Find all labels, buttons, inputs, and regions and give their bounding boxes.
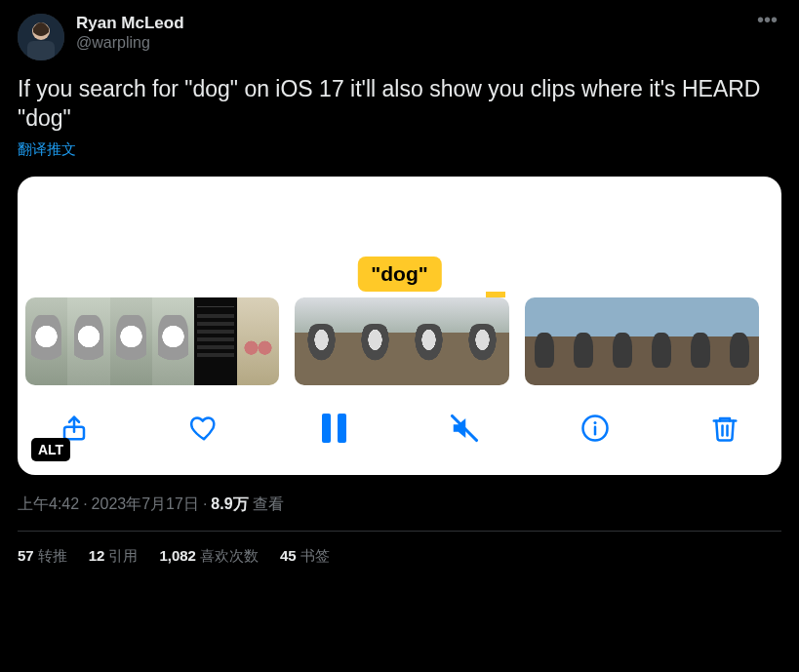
stat-likes[interactable]: 1,082喜欢次数 — [159, 547, 259, 566]
pause-icon[interactable] — [313, 407, 356, 450]
tweet-meta: 上午4:42·2023年7月17日·8.9万 查看 — [18, 494, 781, 515]
translate-link[interactable]: 翻译推文 — [18, 140, 781, 159]
tweet-text: If you search for "dog" on iOS 17 it'll … — [18, 74, 781, 133]
tweet: Ryan McLeod @warpling ••• If you search … — [0, 0, 799, 566]
video-timeline[interactable] — [18, 297, 781, 385]
stat-retweets[interactable]: 57转推 — [18, 547, 67, 566]
clip-frame — [525, 297, 564, 385]
tweet-header: Ryan McLeod @warpling ••• — [18, 14, 781, 60]
views-count[interactable]: 8.9万 — [211, 495, 248, 512]
clip-frame — [456, 297, 509, 385]
clip-frame — [642, 297, 681, 385]
clip-3[interactable] — [525, 297, 759, 385]
clip-frame — [110, 297, 152, 385]
avatar[interactable] — [18, 14, 64, 60]
stat-quotes[interactable]: 12引用 — [89, 547, 139, 566]
tweet-stats: 57转推 12引用 1,082喜欢次数 45书签 — [18, 532, 781, 566]
views-label: 查看 — [253, 495, 284, 512]
handle: @warpling — [76, 33, 741, 53]
trash-icon[interactable] — [703, 407, 746, 450]
clip-frame — [295, 297, 348, 385]
clip-frame — [67, 297, 109, 385]
author-identity[interactable]: Ryan McLeod @warpling — [76, 14, 741, 53]
clip-frame — [603, 297, 642, 385]
clip-frame — [402, 297, 456, 385]
more-icon[interactable]: ••• — [753, 14, 781, 25]
clip-frame — [194, 297, 236, 385]
clip-2[interactable] — [295, 297, 509, 385]
tweet-date[interactable]: 2023年7月17日 — [92, 495, 199, 512]
clip-frame — [237, 297, 279, 385]
clip-frame — [564, 297, 603, 385]
mute-icon[interactable] — [443, 407, 486, 450]
display-name: Ryan McLeod — [76, 14, 741, 33]
alt-badge[interactable]: ALT — [31, 438, 70, 461]
stat-bookmarks[interactable]: 45书签 — [280, 547, 330, 566]
media-card[interactable]: "dog" — [18, 177, 781, 475]
media-toolbar — [18, 385, 781, 475]
clip-frame — [348, 297, 402, 385]
info-icon[interactable] — [574, 407, 617, 450]
clip-1[interactable] — [25, 297, 279, 385]
clip-frame — [681, 297, 720, 385]
clip-frame — [152, 297, 194, 385]
media-caption-area: "dog" — [18, 177, 781, 297]
svg-point-7 — [593, 421, 596, 424]
heart-icon[interactable] — [182, 407, 225, 450]
svg-rect-2 — [27, 41, 55, 60]
clip-frame — [720, 297, 759, 385]
caption-chip: "dog" — [357, 257, 441, 292]
clip-frame — [25, 297, 67, 385]
tweet-time[interactable]: 上午4:42 — [18, 495, 79, 512]
